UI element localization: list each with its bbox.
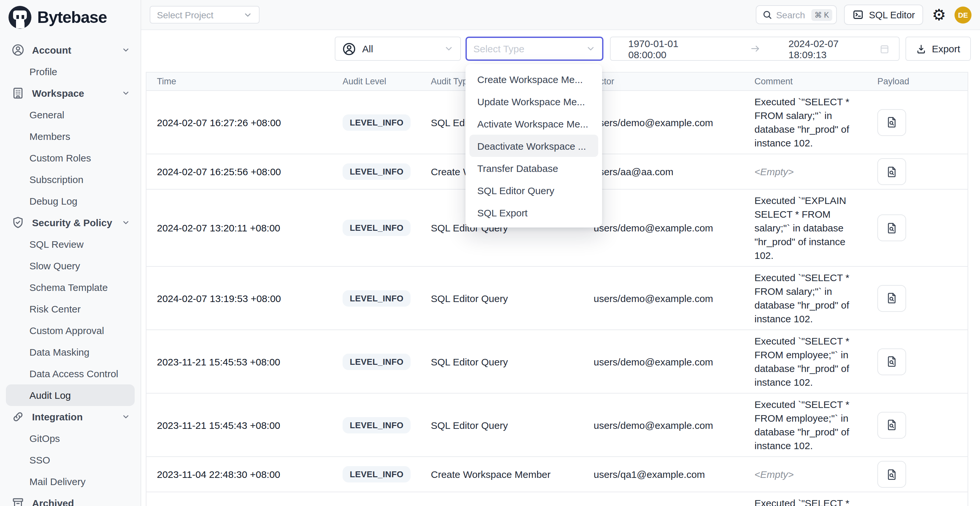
- cell-comment: Executed `"SELECT * FROM salary;"` in da…: [744, 95, 865, 150]
- download-icon: [916, 43, 927, 54]
- type-filter-select[interactable]: Select Type: [466, 37, 603, 61]
- type-filter-placeholder: Select Type: [473, 43, 586, 54]
- cell-comment: <Empty>: [744, 165, 865, 178]
- audit-level-badge: LEVEL_INFO: [342, 164, 410, 180]
- chevron-down-icon: [586, 44, 596, 54]
- cell-audit-type: SQL Editor Query: [420, 419, 583, 431]
- cell-audit-level: LEVEL_INFO: [332, 290, 420, 306]
- project-select[interactable]: Select Project: [150, 6, 259, 24]
- type-filter-dropdown: Create Workspace Me...Update Workspace M…: [466, 64, 602, 228]
- cell-time: 2024-02-07 13:19:53 +08:00: [146, 293, 332, 304]
- sidebar-item-custom-roles[interactable]: Custom Roles: [0, 147, 140, 169]
- payload-view-button[interactable]: [877, 348, 906, 375]
- bytebase-logo-icon: [8, 6, 31, 29]
- payload-view-button[interactable]: [877, 109, 906, 136]
- cell-payload: [867, 461, 967, 488]
- sidebar-item-label: Schema Template: [29, 282, 108, 293]
- sidebar-item-general[interactable]: General: [0, 104, 140, 126]
- sidebar-section-integration[interactable]: Integration: [0, 406, 140, 428]
- payload-view-button[interactable]: [877, 412, 906, 438]
- search-input[interactable]: Search ⌘ K: [756, 5, 837, 24]
- sidebar-item-profile[interactable]: Profile: [0, 61, 140, 83]
- cell-comment: Executed `"EXPLAIN SELECT * FROM salary;…: [744, 194, 865, 262]
- sidebar-item-label: Slow Query: [29, 260, 80, 271]
- sidebar-item-label: Data Masking: [29, 347, 89, 358]
- cell-audit-level: LEVEL_INFO: [332, 466, 420, 482]
- dropdown-option-sql-export[interactable]: SQL Export: [466, 201, 602, 224]
- file-search-icon: [885, 165, 898, 178]
- actor-filter-value: All: [362, 43, 438, 54]
- sidebar-item-gitops[interactable]: GitOps: [0, 428, 140, 449]
- payload-view-button[interactable]: [877, 285, 906, 312]
- sql-editor-button[interactable]: SQL Editor: [844, 5, 923, 25]
- sidebar-section-account[interactable]: Account: [0, 39, 140, 61]
- actor-filter-select[interactable]: All: [335, 37, 461, 61]
- audit-level-badge: LEVEL_INFO: [342, 353, 410, 370]
- sidebar-item-sql-review[interactable]: SQL Review: [0, 233, 140, 255]
- sidebar-item-label: GitOps: [29, 433, 60, 444]
- sidebar-section-label: Workspace: [32, 88, 115, 99]
- sql-editor-label: SQL Editor: [869, 10, 915, 20]
- cell-time: 2024-02-07 16:25:56 +08:00: [146, 166, 332, 177]
- dropdown-option-activate-workspace-me[interactable]: Activate Workspace Me...: [466, 113, 602, 135]
- sidebar-item-schema-template[interactable]: Schema Template: [0, 277, 140, 298]
- date-to-value[interactable]: 2024-02-07 18:09:13: [788, 38, 879, 60]
- cell-time: 2023-11-21 15:45:53 +08:00: [146, 356, 332, 367]
- cell-payload: [867, 285, 967, 312]
- payload-view-button[interactable]: [877, 158, 906, 185]
- sidebar-section-label: Security & Policy: [32, 217, 115, 228]
- payload-view-button[interactable]: [877, 215, 906, 241]
- dropdown-option-deactivate-workspace[interactable]: Deactivate Workspace ...: [469, 135, 598, 157]
- sidebar-section-archived[interactable]: Archived: [0, 492, 140, 506]
- sidebar-item-data-masking[interactable]: Data Masking: [0, 341, 140, 363]
- cell-payload: [867, 348, 967, 375]
- bytebase-logo[interactable]: Bytebase: [0, 0, 140, 30]
- sidebar-item-sso[interactable]: SSO: [0, 449, 140, 471]
- cell-time: 2024-02-07 16:27:26 +08:00: [146, 117, 332, 128]
- col-actor: Actor: [583, 76, 744, 86]
- sidebar-item-debug-log[interactable]: Debug Log: [0, 190, 140, 212]
- cell-comment: Executed `"SELECT * FROM department;"` i…: [744, 496, 865, 506]
- sidebar-item-label: Risk Center: [29, 303, 81, 315]
- dropdown-option-update-workspace-me[interactable]: Update Workspace Me...: [466, 90, 602, 113]
- chevron-down-icon: [122, 218, 130, 227]
- cell-audit-type: SQL Editor Query: [420, 356, 583, 367]
- sidebar-section-security-policy[interactable]: Security & Policy: [0, 212, 140, 233]
- col-comment: Comment: [744, 76, 867, 86]
- sidebar-nav: AccountProfileWorkspaceGeneralMembersCus…: [0, 39, 140, 506]
- shield-check-icon: [11, 216, 25, 229]
- sidebar-item-members[interactable]: Members: [0, 126, 140, 147]
- sidebar-item-data-access-control[interactable]: Data Access Control: [0, 363, 140, 384]
- building-icon: [11, 86, 25, 100]
- terminal-icon: [853, 9, 864, 20]
- export-button[interactable]: Export: [905, 37, 971, 61]
- sidebar-item-custom-approval[interactable]: Custom Approval: [0, 320, 140, 341]
- date-from-value[interactable]: 1970-01-01 08:00:00: [628, 38, 719, 60]
- sidebar-item-audit-log[interactable]: Audit Log: [6, 384, 135, 406]
- gear-icon[interactable]: ⚙: [932, 7, 946, 22]
- date-range-picker[interactable]: 1970-01-01 08:00:00 2024-02-07 18:09:13: [610, 37, 900, 61]
- payload-view-button[interactable]: [877, 461, 906, 488]
- archive-icon: [11, 496, 25, 506]
- sidebar-item-label: Members: [29, 131, 70, 142]
- sidebar-item-mail-delivery[interactable]: Mail Delivery: [0, 471, 140, 492]
- cell-actor: users/demo@example.com: [583, 419, 744, 431]
- dropdown-option-sql-editor-query[interactable]: SQL Editor Query: [466, 179, 602, 201]
- cell-actor: users/demo@example.com: [583, 293, 744, 304]
- avatar[interactable]: DE: [955, 6, 972, 23]
- sidebar-item-slow-query[interactable]: Slow Query: [0, 255, 140, 277]
- sidebar-item-subscription[interactable]: Subscription: [0, 169, 140, 190]
- sidebar-item-label: SQL Review: [29, 239, 84, 250]
- table-row: 2023-11-04 21:26:34 +08:00LEVEL_INFOSQL …: [146, 492, 967, 506]
- dropdown-option-transfer-database[interactable]: Transfer Database: [466, 157, 602, 179]
- cell-comment: <Empty>: [744, 468, 865, 481]
- cell-audit-level: LEVEL_INFO: [332, 114, 420, 130]
- dropdown-option-create-workspace-me[interactable]: Create Workspace Me...: [466, 68, 602, 90]
- cell-audit-level: LEVEL_INFO: [332, 417, 420, 433]
- cell-audit-level: LEVEL_INFO: [332, 220, 420, 236]
- sidebar-item-risk-center[interactable]: Risk Center: [0, 298, 140, 320]
- sidebar-section-workspace[interactable]: Workspace: [0, 83, 140, 104]
- chevron-down-icon: [122, 89, 130, 97]
- audit-level-badge: LEVEL_INFO: [342, 114, 410, 130]
- file-search-icon: [885, 355, 898, 368]
